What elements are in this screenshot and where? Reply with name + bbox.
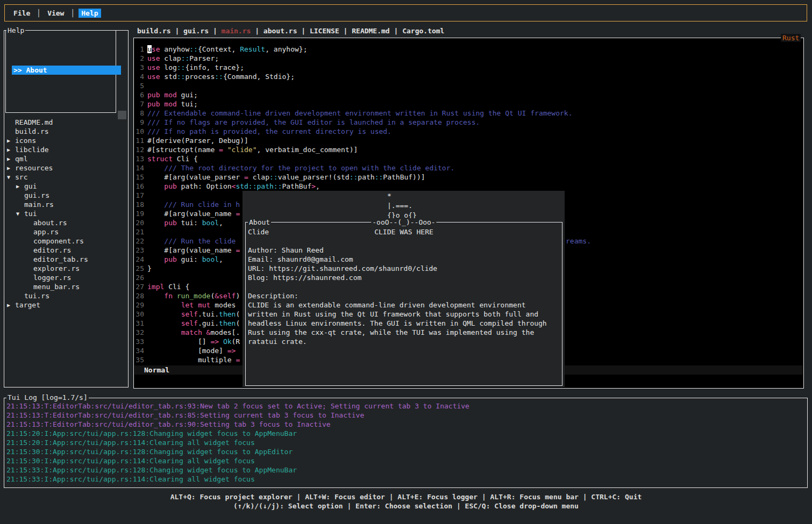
line-number: 26: [134, 273, 144, 282]
code-text: pub path: Option<std::path::PathBuf>,: [147, 182, 320, 190]
line-number: 22: [134, 236, 144, 246]
tree-item-about.rs[interactable]: about.rs: [4, 218, 127, 227]
menu-separator: │: [37, 9, 41, 17]
tree-item-label: explorer.rs: [33, 264, 80, 273]
code-token: bool: [202, 219, 219, 227]
tree-item-gui.rs[interactable]: gui.rs: [4, 191, 127, 200]
tab-Cargo.toml[interactable]: Cargo.toml: [402, 27, 444, 35]
code-text: /// Run clide in h: [147, 200, 240, 209]
tree-item-editor.rs[interactable]: editor.rs: [4, 246, 127, 255]
code-token: run_mode: [177, 292, 211, 300]
code-text: #[derive(Parser, Debug)]: [147, 137, 248, 145]
code-token: use: [147, 54, 160, 62]
code-token: mut: [198, 301, 210, 309]
tree-item-editor_tab.rs[interactable]: editor_tab.rs: [4, 255, 127, 264]
log-entry: 21:15:13:T:EditorTab:src/tui/editor_tab.…: [4, 401, 806, 411]
log-entry: 21:15:30:I:App:src/tui/app.rs:128:Changi…: [4, 447, 806, 456]
tab-LICENSE[interactable]: LICENSE: [310, 27, 339, 35]
tab-separator: |: [390, 27, 402, 35]
chevron-expanded-icon: ▼: [7, 173, 15, 182]
code-line-5: 5: [134, 81, 802, 90]
tab-main.rs[interactable]: main.rs: [222, 27, 251, 35]
code-token: >: [311, 182, 316, 190]
code-text: /// If no path is provided, the current …: [147, 127, 391, 135]
tree-item-src[interactable]: ▼src: [4, 173, 127, 182]
explorer-scrollbar-thumb[interactable]: [118, 111, 126, 119]
menu-item-file[interactable]: File: [11, 9, 33, 18]
code-text: /// If no flags are provided, the GUI ed…: [147, 118, 480, 126]
code-token: ::: [215, 73, 223, 81]
line-number: 15: [134, 173, 144, 182]
code-token: pub: [164, 182, 176, 190]
tree-item-label: menu_bar.rs: [33, 282, 80, 291]
tree-item-gui[interactable]: ▶gui: [4, 182, 127, 191]
code-token: #[derive(Parser, Debug)]: [147, 137, 248, 145]
popup-row: ratatui crate.: [246, 337, 562, 346]
code-token: /// The root directory for the project t…: [147, 164, 454, 172]
code-token: [194, 301, 198, 309]
vim-mode-indicator: Normal: [144, 366, 169, 374]
code-line-1: 1use anyhow::{Context, Result, anyhow};: [134, 45, 802, 54]
line-number: 19: [134, 209, 144, 218]
code-token: #[arg(value_parser: [147, 173, 244, 181]
tree-item-main.rs[interactable]: main.rs: [4, 200, 127, 209]
code-text: pub gui: bool,: [147, 255, 223, 263]
code-token: }: [147, 264, 152, 272]
tab-about.rs[interactable]: about.rs: [263, 27, 297, 35]
tree-item-tui.rs[interactable]: tui.rs: [4, 291, 127, 300]
tree-item-app.rs[interactable]: app.rs: [4, 227, 127, 236]
code-token: [147, 292, 164, 300]
code-token: fn: [164, 292, 173, 300]
tree-item-tui[interactable]: ▼tui: [4, 209, 127, 218]
tree-item-label: tui.rs: [24, 291, 49, 300]
line-number: 18: [134, 200, 144, 209]
code-token: mod: [164, 91, 176, 99]
code-token: self: [181, 310, 198, 318]
code-token: se: [152, 45, 160, 53]
code-token: /// If no flags are provided, the GUI ed…: [147, 118, 480, 126]
menu-item-help[interactable]: Help: [79, 9, 101, 18]
line-number: 34: [134, 346, 144, 355]
code-token: ,: [316, 182, 320, 190]
help-menu-item-about[interactable]: >> About: [12, 66, 121, 75]
tab-README.md[interactable]: README.md: [352, 27, 389, 35]
chevron-collapsed-icon: ▶: [7, 145, 15, 154]
code-token: [147, 319, 181, 327]
tree-item-label: app.rs: [33, 227, 59, 236]
tab-build.rs[interactable]: build.rs: [137, 27, 171, 35]
tree-item-menu_bar.rs[interactable]: menu_bar.rs: [4, 282, 127, 291]
tree-item-explorer.rs[interactable]: explorer.rs: [4, 264, 127, 273]
chevron-expanded-icon: ▼: [16, 209, 24, 218]
line-number: 32: [134, 328, 144, 337]
tree-item-target[interactable]: ▶target: [4, 300, 127, 310]
tree-item-logger.rs[interactable]: logger.rs: [4, 273, 127, 282]
line-number: 14: [134, 163, 144, 173]
code-token: ::: [375, 173, 383, 181]
tree-item-resources[interactable]: ▶resources: [4, 163, 127, 173]
code-text: use anyhow::{Context, Result, anyhow};: [147, 45, 307, 53]
code-text: fn run_mode(&self): [147, 292, 240, 300]
tree-item-README.md[interactable]: README.md: [4, 118, 127, 127]
hotkey-bar-line2: (↑/k)/(↓/j): Select option | Enter: Choo…: [0, 501, 812, 511]
menu-item-view[interactable]: View: [45, 9, 67, 18]
tree-item-libclide[interactable]: ▶libclide: [4, 145, 127, 154]
code-token: ::: [189, 45, 198, 53]
tree-item-qml[interactable]: ▶qml: [4, 154, 127, 163]
tree-item-icons[interactable]: ▶icons: [4, 136, 127, 145]
code-token: [223, 146, 227, 154]
tree-item-build.rs[interactable]: build.rs: [4, 127, 127, 136]
code-token: , verbatim_doc_comment)]: [257, 146, 358, 154]
tree-item-component.rs[interactable]: component.rs: [4, 236, 127, 246]
line-number: 23: [134, 246, 144, 255]
tab-separator: |: [339, 27, 352, 35]
tab-gui.rs[interactable]: gui.rs: [183, 27, 209, 35]
code-token: /// Extendable command-line driven devel…: [147, 109, 573, 117]
chevron-collapsed-icon: ▶: [16, 182, 24, 191]
code-text: #[arg(value_name =: [147, 246, 240, 254]
code-token: mod: [164, 100, 176, 108]
tab-separator: |: [209, 27, 221, 35]
tree-item-label: editor.rs: [33, 246, 71, 255]
code-token: Ok: [223, 338, 232, 346]
line-number: 24: [134, 255, 144, 264]
about-popup-content: ClideCLIDE WAS HEREAuthor: Shaun ReedEma…: [246, 227, 562, 346]
